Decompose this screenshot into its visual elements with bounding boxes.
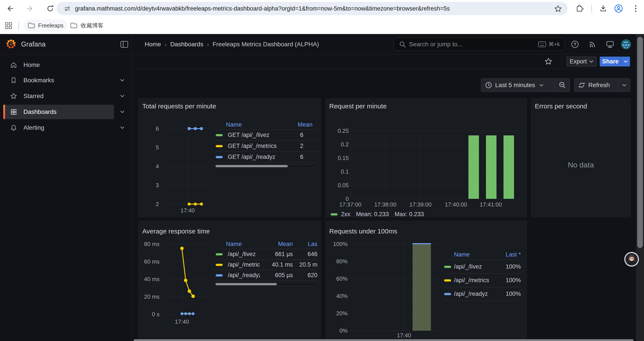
svg-text:0.25: 0.25 xyxy=(338,128,349,134)
display-button[interactable] xyxy=(605,39,615,49)
assistant-avatar[interactable] xyxy=(624,252,639,267)
site-info-icon[interactable] xyxy=(64,6,70,12)
news-button[interactable] xyxy=(588,39,598,49)
chevron-down-icon xyxy=(590,60,593,63)
legend-row[interactable]: GET /api/_/readyz 6 xyxy=(214,152,318,163)
back-icon xyxy=(6,5,14,13)
browser-menu-button[interactable] xyxy=(631,4,640,14)
page-horizontal-scrollbar[interactable] xyxy=(134,339,634,341)
breadcrumb-dashboards[interactable]: Dashboards xyxy=(170,41,204,48)
svg-text:17:40:00: 17:40:00 xyxy=(445,201,467,208)
breadcrumb: Home › Dashboards › Freeleaps Metrics Da… xyxy=(145,41,319,48)
bookmark-star-icon[interactable] xyxy=(554,5,562,13)
legend-row[interactable]: /api/_/livez 100% xyxy=(444,260,521,274)
search-input[interactable]: Search or jump to... ⌘+k xyxy=(394,38,564,51)
chevron-down-icon xyxy=(624,60,628,63)
series-color-pill xyxy=(216,134,223,136)
share-button[interactable]: Share xyxy=(600,57,621,67)
chevron-down-icon[interactable] xyxy=(120,79,124,82)
chevron-down-icon[interactable] xyxy=(120,126,124,129)
legend-row[interactable]: /api/_/metrics 40.1 ms 20.5 m xyxy=(214,260,318,270)
svg-text:?: ? xyxy=(574,42,576,47)
extensions-button[interactable] xyxy=(575,4,584,14)
search-icon xyxy=(399,41,406,48)
sidebar-item-label: Dashboards xyxy=(24,108,56,115)
sidebar-item-starred[interactable]: Starred xyxy=(3,89,114,103)
sidebar-item-bookmarks[interactable]: Bookmarks xyxy=(3,73,114,88)
profile-button[interactable] xyxy=(614,4,624,14)
chevron-down-icon[interactable] xyxy=(120,110,124,113)
sidebar-item-dashboards[interactable]: Dashboards xyxy=(3,105,114,119)
legend-scrollbar[interactable] xyxy=(214,164,318,168)
legend-row[interactable]: GET /api/_/metrics 2 xyxy=(214,141,318,152)
series-color-pill xyxy=(216,145,223,147)
bookmark-folder-label: Freeleaps xyxy=(38,22,64,29)
reload-button[interactable] xyxy=(46,4,55,13)
refresh-interval-button[interactable] xyxy=(618,79,630,92)
legend-header: Name Last * xyxy=(444,249,521,260)
legend-col-last[interactable]: Last * xyxy=(497,251,521,258)
time-controls-row: Last 5 minutes Refresh xyxy=(132,69,644,98)
share-menu-button[interactable] xyxy=(621,57,630,67)
legend-row[interactable]: /api/_/metrics 100% xyxy=(444,274,521,287)
dashboard-actions-row: Export Share xyxy=(132,55,644,69)
sidebar-item-alerting[interactable]: Alerting xyxy=(3,121,114,135)
sidebar-item-home[interactable]: Home xyxy=(3,58,114,72)
actions-divider xyxy=(562,57,562,66)
panel-title: Errors per second xyxy=(535,103,587,110)
breadcrumb-home[interactable]: Home xyxy=(145,41,161,48)
series-color-pill xyxy=(444,266,451,268)
chevron-right-icon: › xyxy=(161,41,170,48)
search-placeholder: Search or jump to... xyxy=(409,41,538,48)
bookmark-folder-blogs[interactable]: 收藏博客 xyxy=(66,19,108,32)
no-data-message: No data xyxy=(531,161,630,169)
user-avatar[interactable] xyxy=(621,39,631,49)
legend-col-mean[interactable]: Mean xyxy=(298,121,318,128)
address-bar[interactable]: grafana.mathmast.com/d/deytv4rwavabkb/fr… xyxy=(56,2,568,15)
series-color-pill xyxy=(444,293,451,295)
grafana-logo-icon[interactable] xyxy=(6,39,16,49)
help-button[interactable]: ? xyxy=(570,39,580,49)
bookmark-folder-freeleaps[interactable]: Freeleaps xyxy=(24,19,68,32)
chevron-down-icon[interactable] xyxy=(120,95,124,98)
legend-col-name[interactable]: Name xyxy=(226,121,298,128)
panel-avg-response-time: Average response time 80 ms60 ms40 ms20 … xyxy=(138,221,321,341)
svg-text:3: 3 xyxy=(156,182,159,188)
page-vertical-scrollbar[interactable] xyxy=(636,34,644,341)
legend-row[interactable]: /api/_/readyz 100% xyxy=(444,287,521,301)
apps-grid-icon xyxy=(5,22,12,30)
apps-grid-button[interactable] xyxy=(4,21,13,30)
series-last: 100% xyxy=(497,277,521,284)
sidebar-item-label: Alerting xyxy=(24,124,44,131)
vertical-scrollbar-thumb[interactable] xyxy=(637,37,643,248)
favorite-star-button[interactable] xyxy=(544,57,553,66)
legend-scrollbar-thumb[interactable] xyxy=(216,283,277,285)
legend-table: Name Mean GET /api/_/livez 6 GET /api/_/… xyxy=(214,120,318,168)
forward-button[interactable] xyxy=(26,5,34,13)
export-label: Export xyxy=(570,58,587,65)
zoom-out-button[interactable] xyxy=(554,79,570,92)
back-button[interactable] xyxy=(6,5,14,13)
legend-row[interactable]: GET /api/_/livez 6 xyxy=(214,130,318,141)
legend-col-name[interactable]: Name xyxy=(226,241,260,247)
request-per-minute-chart: 0.250.20.150.10.05017:37:0017:38:0017:39… xyxy=(326,99,527,217)
series-name: 2xx xyxy=(341,211,350,218)
refresh-icon xyxy=(578,82,585,89)
export-button[interactable]: Export xyxy=(566,57,597,67)
sidebar-toggle-button[interactable] xyxy=(120,40,129,49)
legend-item-2xx[interactable]: 2xx xyxy=(330,211,350,218)
legend-row[interactable]: /api/_/livez 661 µs 646 xyxy=(214,249,318,260)
downloads-button[interactable] xyxy=(598,4,608,14)
refresh-group: Refresh xyxy=(574,78,630,92)
time-range-picker[interactable]: Last 5 minutes xyxy=(481,79,554,92)
legend-col-name[interactable]: Name xyxy=(454,251,497,258)
legend-col-last[interactable]: Las xyxy=(293,241,318,247)
refresh-button[interactable]: Refresh xyxy=(574,79,618,92)
logo-section: Grafana xyxy=(0,34,132,55)
svg-text:20 ms: 20 ms xyxy=(144,293,160,300)
legend-col-mean[interactable]: Mean xyxy=(260,241,293,247)
legend-row[interactable]: /api/_/readyz 605 µs 620 xyxy=(214,270,318,281)
legend-scrollbar-thumb[interactable] xyxy=(216,165,288,167)
toolbar-separator xyxy=(592,5,592,13)
legend-scrollbar[interactable] xyxy=(214,282,318,286)
